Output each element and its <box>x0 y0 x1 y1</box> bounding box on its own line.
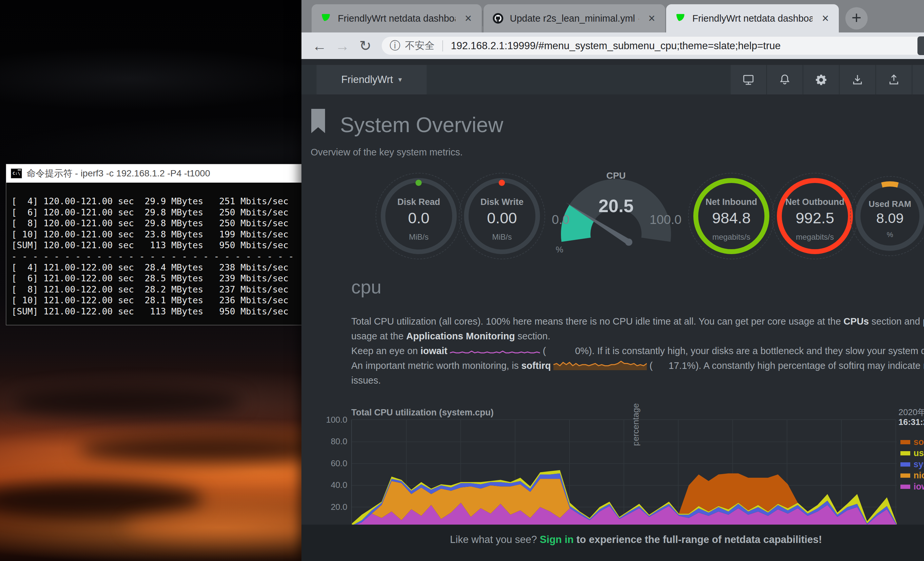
terminal-titlebar[interactable]: C:\ 命令提示符 - iperf3 -c 192.168.1.2 -P4 -t… <box>6 164 333 183</box>
legend-item-iowait[interactable]: iowait <box>900 482 924 491</box>
gauge-unit: MiB/s <box>381 232 457 242</box>
terminal-line: [ 10] 121.00-122.00 sec 28.1 MBytes 236 … <box>12 295 333 306</box>
legend-swatch <box>900 451 910 456</box>
text: ( <box>650 360 653 371</box>
cpu-gauge[interactable]: CPU 20.5 0.0 100.0 % <box>547 170 685 269</box>
signin-banner: Like what you see? Sign in to experience… <box>302 525 924 561</box>
omnibox-separator <box>442 40 443 51</box>
tab-close-icon[interactable]: × <box>461 12 475 25</box>
gauge-dot <box>416 180 422 186</box>
legend-swatch <box>900 440 910 444</box>
tab-title: Update r2s_lean_minimal.yml · k <box>510 13 639 24</box>
terminal-line: [ 6] 120.00-121.00 sec 29.8 MBytes 250 M… <box>12 207 333 218</box>
tab-title: FriendlyWrt netdata dashboard <box>692 13 813 24</box>
cpu-description: Total CPU utilization (all cores). 100% … <box>351 314 924 388</box>
gauge-unit: % <box>852 230 924 239</box>
tab-netdata-1[interactable]: FriendlyWrt netdata dashboard × <box>312 4 482 33</box>
gauge-unit: MiB/s <box>464 232 540 242</box>
legend-label: softirq <box>914 437 924 447</box>
alarms-button[interactable] <box>767 65 802 95</box>
terminal-line: [ 10] 120.00-121.00 sec 23.8 MBytes 199 … <box>12 229 333 240</box>
y-tick-label: 40.0 <box>318 480 347 490</box>
host-name: FriendlyWrt <box>341 74 393 86</box>
text: Like what you see? <box>450 534 540 545</box>
tab-close-icon[interactable]: × <box>645 12 658 25</box>
site-info-icon[interactable]: ⓘ <box>390 38 400 53</box>
tab-title: FriendlyWrt netdata dashboard <box>338 13 456 24</box>
terminal-line: [ 4] 120.00-121.00 sec 29.9 MBytes 251 M… <box>12 196 333 207</box>
cloud-shape <box>13 387 243 417</box>
security-label[interactable]: 不安全 <box>405 39 435 53</box>
browser-toolbar: ← → ↻ ⓘ 不安全 192.168.2.1:19999/#menu_syst… <box>302 33 924 59</box>
gauge-label: Net Inbound <box>693 197 770 207</box>
text: ( <box>543 346 546 356</box>
y-tick-label: 60.0 <box>318 459 347 469</box>
netdata-icon <box>320 12 332 24</box>
cloud-shape <box>124 511 328 541</box>
terminal-output: [ 4] 120.00-121.00 sec 29.9 MBytes 251 M… <box>6 183 333 317</box>
monitor-icon <box>742 73 755 86</box>
download-icon <box>851 73 864 86</box>
cpu-utilization-chart[interactable] <box>351 420 896 528</box>
disk-write-gauge[interactable]: Disk Write 0.00 MiB/s <box>464 178 540 254</box>
url-text[interactable]: 192.168.2.1:19999/#menu_system_submenu_c… <box>451 40 781 52</box>
page-title: System Overview <box>340 113 503 137</box>
terminal-window: C:\ 命令提示符 - iperf3 -c 192.168.1.2 -P4 -t… <box>6 164 333 325</box>
disk-read-gauge[interactable]: Disk Read 0.0 MiB/s <box>381 178 457 254</box>
terminal-line: [SUM] 121.00-122.00 sec 113 MBytes 950 M… <box>12 306 333 317</box>
legend-item-user[interactable]: user <box>900 448 924 458</box>
tab-netdata-2-active[interactable]: FriendlyWrt netdata dashboard × <box>666 4 839 33</box>
section-title-cpu: cpu <box>351 276 381 298</box>
header-extra-cell[interactable] <box>912 65 924 95</box>
new-tab-button[interactable]: + <box>845 7 868 30</box>
github-icon <box>492 12 504 24</box>
import-snapshot-button[interactable] <box>840 65 875 95</box>
gauge-unit: megabits/s <box>777 232 853 242</box>
gauge-dot <box>499 180 505 186</box>
paragraph: Keep an eye on iowait(0%). If it is cons… <box>351 344 924 358</box>
applications-monitoring-link: Applications Monitoring <box>406 331 515 341</box>
export-snapshot-button[interactable] <box>876 65 912 95</box>
net-outbound-gauge[interactable]: Net Outbound 992.5 megabits/s <box>777 178 853 254</box>
chevron-down-icon: ▾ <box>398 75 402 84</box>
terminal-title: 命令提示符 - iperf3 -c 192.168.1.2 -P4 -t1000 <box>27 167 210 180</box>
cmd-icon: C:\ <box>11 168 22 178</box>
bell-icon <box>778 73 791 86</box>
legend-item-system[interactable]: system <box>900 460 924 469</box>
chart-legend: softirqusersystemniceiowait <box>900 438 924 493</box>
legend-item-nice[interactable]: nice <box>900 471 924 480</box>
reload-button[interactable]: ↻ <box>354 38 377 54</box>
browser-profile-button[interactable] <box>918 36 924 55</box>
nodes-view-button[interactable] <box>730 65 766 95</box>
legend-swatch <box>900 474 910 478</box>
back-button[interactable]: ← <box>308 38 331 54</box>
text: An important metric worth monitoring, is <box>351 360 521 371</box>
gauge-value: 0.0 <box>381 209 457 227</box>
gauge-value: 20.5 <box>547 196 685 217</box>
gauge-label: Net Outbound <box>777 197 853 207</box>
gauge-value: 992.5 <box>777 209 853 227</box>
legend-item-softirq[interactable]: softirq <box>900 438 924 447</box>
tab-close-icon[interactable]: × <box>819 12 832 25</box>
cpus-link: CPUs <box>843 316 868 326</box>
netdata-icon <box>675 12 687 24</box>
sign-in-link[interactable]: Sign in <box>540 534 573 545</box>
used-ram-gauge[interactable]: Used RAM 8.09 % <box>852 178 924 254</box>
y-tick-label: 100.0 <box>318 415 347 425</box>
tab-github[interactable]: Update r2s_lean_minimal.yml · k × <box>484 4 665 33</box>
terminal-line: [ 8] 120.00-121.00 sec 29.8 MBytes 250 M… <box>12 218 333 229</box>
address-bar[interactable]: ⓘ 不安全 192.168.2.1:19999/#menu_system_sub… <box>382 37 924 55</box>
net-inbound-gauge[interactable]: Net Inbound 984.8 megabits/s <box>693 178 770 254</box>
legend-swatch <box>900 484 910 489</box>
forward-button[interactable]: → <box>331 38 354 54</box>
legend-swatch <box>900 462 910 466</box>
chart-date: 2020年3 <box>898 406 924 418</box>
browser-window: FriendlyWrt netdata dashboard × Update r… <box>302 0 924 561</box>
settings-button[interactable] <box>803 65 839 95</box>
host-selector-dropdown[interactable]: FriendlyWrt ▾ <box>316 65 427 95</box>
signin-text: Like what you see? Sign in to experience… <box>302 534 924 546</box>
text: Total CPU utilization (all cores). 100% … <box>351 316 843 326</box>
legend-label: iowait <box>914 482 924 492</box>
netdata-header: FriendlyWrt ▾ <box>302 65 924 95</box>
terminal-line: [ 6] 121.00-122.00 sec 28.5 MBytes 239 M… <box>12 273 333 284</box>
